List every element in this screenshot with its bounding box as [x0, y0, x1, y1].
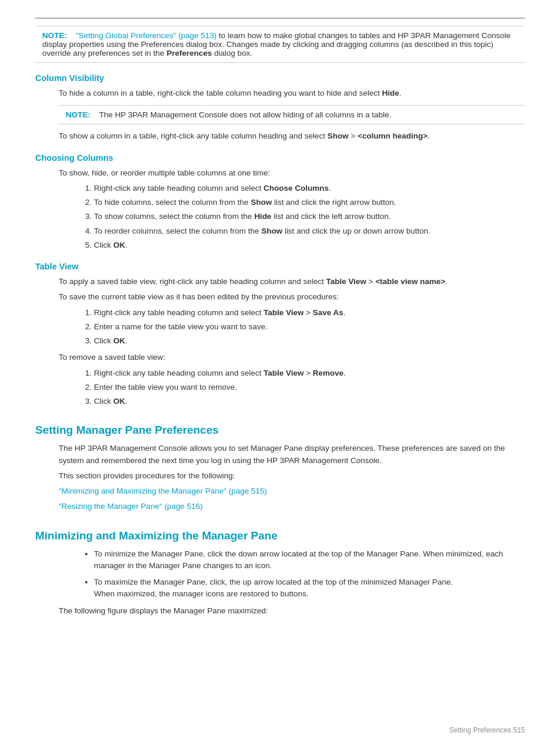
setting-manager-pane-content: The HP 3PAR Management Console allows yo…: [59, 443, 525, 512]
table-view-apply-text: To apply a saved table view, right-click…: [59, 276, 525, 288]
cv-note-body: The HP 3PAR Management Console does not …: [99, 110, 392, 119]
table-view-content: To apply a saved table view, right-click…: [59, 276, 525, 407]
show-col-text: To show a column in a table, right-click…: [59, 130, 525, 142]
choosing-columns-content: To show, hide, or reorder multiple table…: [59, 167, 525, 252]
list-item: Enter a name for the table view you want…: [94, 321, 525, 333]
minimizing-maximizing-footer: The following figure displays the Manage…: [59, 605, 525, 617]
smp-link1-wrap: "Minimizing and Maximizing the Manager P…: [59, 485, 525, 497]
list-item: To maximize the Manager Pane, click, the…: [94, 576, 525, 600]
smp-link2-wrap: "Resizing the Manager Pane" (page 516): [59, 501, 525, 512]
table-view-save-steps: Right-click any table heading column and…: [94, 307, 525, 347]
list-item: To reorder columns, select the column fr…: [94, 225, 525, 237]
setting-manager-pane-heading: Setting Manager Pane Preferences: [35, 424, 525, 437]
minimizing-maximizing-content: To minimize the Manager Pane, click the …: [59, 548, 525, 617]
choosing-columns-list: Right-click any table heading column and…: [94, 183, 525, 251]
hide-col-text: To hide a column in a table, right-click…: [59, 87, 525, 99]
note-text-pre: [69, 31, 74, 40]
choosing-columns-section: Choosing Columns To show, hide, or reord…: [35, 153, 525, 252]
list-item: Right-click any table heading column and…: [94, 307, 525, 319]
column-visibility-note: NOTE: The HP 3PAR Management Console doe…: [59, 105, 525, 124]
cv-note-text: [93, 110, 97, 119]
column-visibility-heading: Column Visibility: [35, 73, 525, 83]
smp-text1: The HP 3PAR Management Console allows yo…: [59, 443, 525, 467]
choosing-columns-intro: To show, hide, or reorder multiple table…: [59, 167, 525, 179]
list-item: To show columns, select the column from …: [94, 211, 525, 222]
column-visibility-section: Column Visibility To hide a column in a …: [35, 73, 525, 143]
list-item: Right-click any table heading column and…: [94, 183, 525, 194]
page-footer: Setting Preferences 515: [449, 726, 525, 734]
resizing-manager-pane-link[interactable]: "Resizing the Manager Pane" (page 516): [59, 502, 203, 511]
table-view-heading: Table View: [35, 262, 525, 271]
choosing-columns-heading: Choosing Columns: [35, 153, 525, 163]
table-view-section: Table View To apply a saved table view, …: [35, 262, 525, 407]
note-text-end: dialog box.: [214, 49, 252, 58]
table-view-remove-intro: To remove a saved table view:: [59, 352, 525, 363]
table-view-remove-steps: Right-click any table heading column and…: [94, 367, 525, 408]
top-divider: [35, 18, 525, 19]
table-view-save-intro: To save the current table view as it has…: [59, 291, 525, 303]
minimizing-maximizing-heading: Minimizing and Maximizing the Manager Pa…: [35, 529, 525, 542]
list-item: To hide columns, select the column from …: [94, 197, 525, 208]
page-footer-text: Setting Preferences 515: [449, 726, 525, 734]
setting-global-pref-link[interactable]: "Setting Global Preferences" (page 513): [76, 31, 217, 40]
list-item: To minimize the Manager Pane, click the …: [94, 548, 525, 572]
minimizing-maximizing-link[interactable]: "Minimizing and Maximizing the Manager P…: [59, 487, 267, 495]
column-visibility-content: To hide a column in a table, right-click…: [59, 87, 525, 143]
minimizing-maximizing-list: To minimize the Manager Pane, click the …: [94, 548, 525, 600]
minimizing-maximizing-section: Minimizing and Maximizing the Manager Pa…: [35, 529, 525, 617]
note-label: NOTE:: [42, 31, 67, 40]
setting-manager-pane-section: Setting Manager Pane Preferences The HP …: [35, 424, 525, 512]
list-item: Click OK.: [94, 239, 525, 251]
list-item: Click OK.: [94, 335, 525, 347]
note-pref-bold: Preferences: [167, 49, 212, 58]
top-note-box: NOTE: "Setting Global Preferences" (page…: [35, 26, 525, 63]
smp-text2: This section provides procedures for the…: [59, 470, 525, 482]
list-item: Right-click any table heading column and…: [94, 367, 525, 379]
cv-note-label: NOTE:: [66, 110, 90, 119]
list-item: Click OK.: [94, 396, 525, 407]
list-item: Enter the table view you want to remove.: [94, 382, 525, 393]
